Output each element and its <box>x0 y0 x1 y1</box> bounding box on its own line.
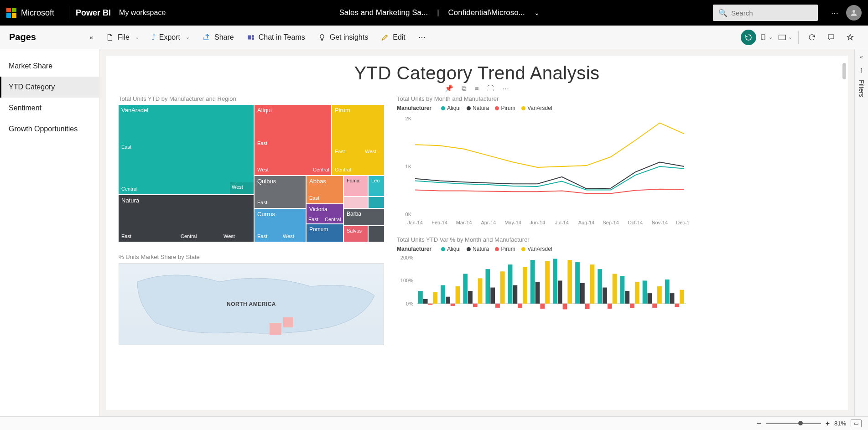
map-visual[interactable]: NORTH AMERICA <box>119 263 384 345</box>
svg-rect-4 <box>779 35 785 40</box>
svg-text:1K: 1K <box>405 164 412 169</box>
treemap-region: East <box>257 200 267 205</box>
svg-rect-31 <box>446 297 450 304</box>
view-button[interactable]: ⌄ <box>777 30 793 45</box>
page-ytd-category[interactable]: YTD Category <box>0 77 99 98</box>
svg-rect-73 <box>680 290 684 304</box>
treemap-label: Barba <box>347 211 361 217</box>
scrollbar-thumb[interactable] <box>842 63 846 79</box>
treemap-label: Pomum <box>309 226 328 233</box>
more-actions-button[interactable]: ⋯ <box>412 26 432 49</box>
report-name[interactable]: Sales and Marketing Sa... <box>339 8 428 17</box>
report-title: YTD Category Trend Analysis <box>119 63 835 83</box>
bar-chart-title: Total Units YTD Var % by Month and Manuf… <box>397 236 835 243</box>
treemap-label: Aliqui <box>257 107 272 114</box>
svg-rect-68 <box>652 304 657 308</box>
zoom-slider[interactable] <box>766 423 821 424</box>
treemap-label: Natura <box>121 197 139 204</box>
expand-filters-icon[interactable]: « <box>860 54 863 60</box>
svg-rect-38 <box>486 269 490 304</box>
fit-to-page-button[interactable]: ▭ <box>851 420 862 427</box>
page-sentiment[interactable]: Sentiment <box>0 98 99 119</box>
edit-button[interactable]: Edit <box>374 26 412 49</box>
svg-rect-50 <box>553 259 557 304</box>
reset-button[interactable] <box>741 30 756 45</box>
zoom-out-button[interactable]: − <box>757 419 762 428</box>
file-menu[interactable]: File⌄ <box>99 26 146 49</box>
zoom-in-button[interactable]: + <box>826 420 830 428</box>
more-icon[interactable]: ⋯ <box>827 5 842 21</box>
global-search[interactable]: 🔍 <box>713 5 818 21</box>
svg-text:Sep-14: Sep-14 <box>603 220 619 225</box>
treemap-region: East <box>121 144 131 150</box>
legend-dot-icon <box>441 247 445 251</box>
svg-text:0%: 0% <box>406 301 413 306</box>
legend-item[interactable]: Natura <box>473 246 489 252</box>
legend-item[interactable]: VanArsdel <box>527 246 552 252</box>
more-icon[interactable]: ⋯ <box>502 84 509 93</box>
treemap-region: West <box>283 233 294 239</box>
account-avatar[interactable] <box>846 5 862 21</box>
treemap-visual[interactable]: VanArsdel East Central West Natura East … <box>119 105 384 242</box>
treemap-label: VanArsdel <box>121 107 148 114</box>
legend-item[interactable]: Natura <box>473 105 489 111</box>
line-chart-visual[interactable]: 0K1K2KJan-14Feb-14Mar-14Apr-14May-14Jun-… <box>397 114 835 228</box>
pin-icon[interactable]: 📌 <box>445 84 453 93</box>
collapse-pages-icon[interactable]: « <box>89 34 93 41</box>
svg-rect-39 <box>490 288 495 304</box>
copy-visual-icon[interactable]: ⧉ <box>462 84 467 93</box>
report-breadcrumb: Sales and Marketing Sa... | Confidential… <box>339 8 540 17</box>
product-name[interactable]: Power BI <box>76 8 111 18</box>
pencil-icon <box>381 33 389 41</box>
legend-label: Manufacturer <box>397 105 431 111</box>
legend-item[interactable]: Pirum <box>501 105 515 111</box>
svg-rect-59 <box>603 288 607 304</box>
svg-rect-46 <box>530 260 535 304</box>
export-menu[interactable]: ⤴ Export⌄ <box>146 26 196 49</box>
filters-rail[interactable]: « ⫿ Filters <box>854 49 868 416</box>
legend-item[interactable]: Pirum <box>501 246 515 252</box>
svg-rect-42 <box>508 264 513 304</box>
workspace-breadcrumb[interactable]: My workspace <box>119 9 166 17</box>
sensitivity-label[interactable]: Confidential\Microso... <box>448 8 525 17</box>
page-market-share[interactable]: Market Share <box>0 56 99 77</box>
bar-chart-visual[interactable]: 0%100%200% <box>397 255 835 323</box>
svg-rect-66 <box>643 280 647 303</box>
legend-item[interactable]: Aliqui <box>447 105 460 111</box>
filters-label: Filters <box>858 80 865 97</box>
chevron-down-icon[interactable]: ⌄ <box>534 9 540 16</box>
zoom-thumb[interactable] <box>798 421 803 425</box>
svg-rect-36 <box>473 304 478 307</box>
filter-icon[interactable]: ≡ <box>475 84 479 93</box>
share-button[interactable]: Share <box>196 26 240 49</box>
legend-item[interactable]: VanArsdel <box>527 105 552 111</box>
search-input[interactable] <box>731 9 812 17</box>
svg-text:0K: 0K <box>405 212 412 217</box>
treemap-region: Central <box>181 233 197 239</box>
bookmark-button[interactable]: ⌄ <box>758 30 774 45</box>
treemap-label: Victoria <box>309 206 327 212</box>
report-canvas[interactable]: YTD Category Trend Analysis 📌 ⧉ ≡ ⛶ ⋯ To… <box>106 56 848 410</box>
refresh-button[interactable] <box>804 30 820 45</box>
lightbulb-icon <box>318 33 326 41</box>
map-title: % Units Market Share by State <box>119 254 383 260</box>
page-growth-opportunities[interactable]: Growth Opportunities <box>0 119 99 140</box>
legend-dot-icon <box>467 106 471 110</box>
bar-legend: Manufacturer Aliqui Natura Pirum VanArsd… <box>397 246 835 252</box>
chat-teams-button[interactable]: Chat in Teams <box>240 26 312 49</box>
svg-rect-43 <box>513 285 517 303</box>
treemap-region: East <box>335 149 345 154</box>
breadcrumb-separator: | <box>437 8 439 17</box>
favorite-button[interactable] <box>842 30 858 45</box>
zoom-level: 81% <box>834 420 846 427</box>
treemap-region: Central <box>335 167 351 172</box>
share-icon <box>203 33 211 41</box>
get-insights-button[interactable]: Get insights <box>312 26 374 49</box>
svg-text:Mar-14: Mar-14 <box>456 220 472 225</box>
focus-mode-icon[interactable]: ⛶ <box>487 84 494 93</box>
treemap-region: East <box>121 233 131 239</box>
comment-button[interactable] <box>823 30 839 45</box>
legend-item[interactable]: Aliqui <box>447 246 460 252</box>
svg-rect-30 <box>441 285 445 303</box>
svg-rect-41 <box>500 271 505 304</box>
